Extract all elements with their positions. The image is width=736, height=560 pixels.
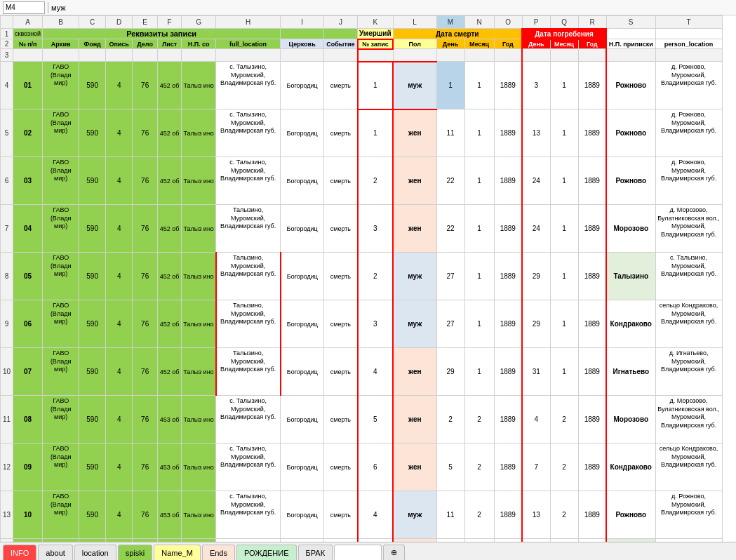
cell-npso[interactable]: Талыз ино bbox=[182, 205, 216, 253]
col-header-m[interactable]: M bbox=[436, 16, 464, 29]
cell-c2[interactable]: Фонд bbox=[79, 39, 106, 49]
cell-opis[interactable]: 4 bbox=[106, 491, 133, 539]
filter-m[interactable] bbox=[436, 49, 464, 62]
cell-godp[interactable]: 1889 bbox=[578, 444, 606, 491]
cell-f2[interactable]: Лист bbox=[158, 39, 182, 49]
cell-nppripiski[interactable]: Талызино bbox=[606, 253, 655, 300]
col-header-o[interactable]: O bbox=[494, 16, 522, 29]
cell-list[interactable]: 452 об bbox=[158, 157, 182, 205]
cell-numzap[interactable]: 1 bbox=[358, 109, 393, 157]
col-header-i[interactable]: I bbox=[281, 16, 324, 29]
cell-npso[interactable]: Талыз ино bbox=[182, 253, 216, 300]
cell-personloc[interactable]: д. Морозово, Булатниковская вол., Муромс… bbox=[655, 205, 722, 253]
cell-gods[interactable]: 1889 bbox=[494, 396, 522, 444]
cell-event[interactable]: смерть bbox=[324, 396, 358, 444]
cell-event[interactable]: смерть bbox=[324, 157, 358, 205]
cell-nppripiski[interactable]: Рожново bbox=[606, 62, 655, 109]
cell-denp[interactable]: 29 bbox=[522, 253, 550, 300]
cell-pol[interactable]: жен bbox=[393, 109, 436, 157]
filter-s[interactable] bbox=[606, 49, 655, 62]
cell-church[interactable]: Богородиц bbox=[281, 109, 324, 157]
cell-fond[interactable]: 590 bbox=[79, 157, 106, 205]
tab-ends[interactable]: Ends bbox=[202, 545, 235, 560]
cell-mesp[interactable]: 2 bbox=[550, 491, 578, 539]
cell-numzap[interactable]: 2 bbox=[358, 157, 393, 205]
cell-archive[interactable]: ГАВО (Влади мир) bbox=[43, 396, 79, 444]
cell-npso[interactable]: Талыз ино bbox=[182, 539, 216, 542]
cell-pol[interactable]: муж bbox=[393, 62, 436, 109]
cell-numzap[interactable]: 3 bbox=[358, 205, 393, 253]
filter-k[interactable] bbox=[358, 49, 393, 62]
cell-k2[interactable]: № запис bbox=[358, 39, 393, 49]
cell-fond[interactable]: 590 bbox=[79, 62, 106, 109]
filter-j[interactable] bbox=[324, 49, 358, 62]
cell-num[interactable]: 06 bbox=[13, 300, 43, 348]
cell-denp[interactable]: 4 bbox=[522, 396, 550, 444]
cell-dens[interactable]: 22 bbox=[436, 205, 464, 253]
cell-mess[interactable]: 1 bbox=[464, 300, 494, 348]
cell-mess[interactable]: 1 bbox=[464, 157, 494, 205]
cell-event[interactable]: смерть bbox=[324, 444, 358, 491]
cell-godp[interactable]: 1889 bbox=[578, 62, 606, 109]
cell-numzap[interactable]: 6 bbox=[358, 444, 393, 491]
cell-personloc[interactable]: д. Рожново, Муромский, Владимирская губ. bbox=[655, 109, 722, 157]
cell-num[interactable]: 07 bbox=[13, 348, 43, 396]
cell-opis[interactable]: 4 bbox=[106, 62, 133, 109]
cell-godp[interactable]: 1889 bbox=[578, 205, 606, 253]
cell-delo[interactable]: 76 bbox=[133, 491, 158, 539]
col-header-k[interactable]: K bbox=[358, 16, 393, 29]
cell-event[interactable]: смерть bbox=[324, 491, 358, 539]
cell-list[interactable]: 453 об bbox=[158, 444, 182, 491]
cell-mesp[interactable]: 2 bbox=[550, 539, 578, 542]
cell-mesp[interactable]: 1 bbox=[550, 109, 578, 157]
cell-fond[interactable]: 590 bbox=[79, 348, 106, 396]
cell-num[interactable]: 11 bbox=[13, 539, 43, 542]
cell-godp[interactable]: 1889 bbox=[578, 253, 606, 300]
cell-gods[interactable]: 1889 bbox=[494, 205, 522, 253]
cell-opis[interactable]: 4 bbox=[106, 205, 133, 253]
cell-denp[interactable]: 14 bbox=[522, 539, 550, 542]
cell-gods[interactable]: 1889 bbox=[494, 253, 522, 300]
cell-npso[interactable]: Талыз ино bbox=[182, 109, 216, 157]
cell-i2[interactable]: Церковь bbox=[281, 39, 324, 49]
cell-num[interactable]: 03 bbox=[13, 157, 43, 205]
filter-g[interactable] bbox=[182, 49, 216, 62]
cell-event[interactable]: смерть bbox=[324, 62, 358, 109]
cell-archive[interactable]: ГАВО (Влади мир) bbox=[43, 205, 79, 253]
cell-mesp[interactable]: 1 bbox=[550, 205, 578, 253]
col-header-a[interactable]: A bbox=[13, 16, 43, 29]
cell-archive[interactable]: ГАВО (Влади мир) bbox=[43, 253, 79, 300]
cell-list[interactable]: 452 об bbox=[158, 253, 182, 300]
cell-church[interactable]: Богородиц bbox=[281, 348, 324, 396]
cell-mess[interactable]: 2 bbox=[464, 491, 494, 539]
col-header-e[interactable]: E bbox=[133, 16, 158, 29]
col-header-r[interactable]: R bbox=[578, 16, 606, 29]
cell-d2[interactable]: Опись bbox=[106, 39, 133, 49]
cell-location[interactable]: Талызино, Муромский, Владимирская губ. bbox=[216, 348, 281, 396]
cell-h2[interactable]: full_location bbox=[216, 39, 281, 49]
cell-fond[interactable]: 590 bbox=[79, 253, 106, 300]
cell-j2[interactable]: Событие bbox=[324, 39, 358, 49]
filter-t[interactable] bbox=[655, 49, 722, 62]
cell-event[interactable]: смерть bbox=[324, 253, 358, 300]
cell-npso[interactable]: Талыз ино bbox=[182, 444, 216, 491]
cell-opis[interactable]: 4 bbox=[106, 539, 133, 542]
cell-num[interactable]: 05 bbox=[13, 253, 43, 300]
cell-archive[interactable]: ГАВО (Влади мир) bbox=[43, 444, 79, 491]
cell-personloc[interactable]: сельцо Кондраково, Муромский, Владимирск… bbox=[655, 300, 722, 348]
cell-opis[interactable]: 4 bbox=[106, 157, 133, 205]
cell-list[interactable]: 452 об bbox=[158, 109, 182, 157]
cell-opis[interactable]: 4 bbox=[106, 348, 133, 396]
cell-b2[interactable]: Архив bbox=[43, 39, 79, 49]
col-header-p[interactable]: P bbox=[522, 16, 550, 29]
cell-delo[interactable]: 76 bbox=[133, 300, 158, 348]
filter-n[interactable] bbox=[464, 49, 494, 62]
cell-godp[interactable]: 1889 bbox=[578, 491, 606, 539]
cell-godp[interactable]: 1889 bbox=[578, 396, 606, 444]
cell-nppripiski[interactable]: Рожново bbox=[606, 491, 655, 539]
cell-npso[interactable]: Талыз ино bbox=[182, 300, 216, 348]
col-header-f[interactable]: F bbox=[158, 16, 182, 29]
cell-godp[interactable]: 1889 bbox=[578, 348, 606, 396]
cell-dens[interactable]: 1 bbox=[436, 62, 464, 109]
cell-dens[interactable]: 27 bbox=[436, 300, 464, 348]
